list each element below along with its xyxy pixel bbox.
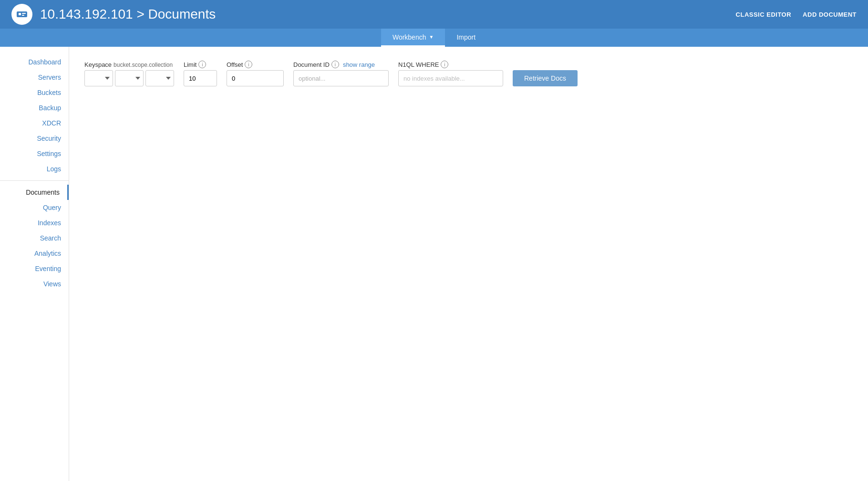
sub-nav: Workbench ▼ Import — [0, 29, 868, 47]
retrieve-docs-button[interactable]: Retrieve Docs — [513, 70, 578, 86]
sidebar-divider — [0, 180, 69, 181]
sidebar-item-documents[interactable]: Documents — [0, 185, 69, 200]
document-id-info-icon: i — [331, 61, 339, 68]
sidebar-item-views[interactable]: Views — [0, 276, 69, 292]
document-id-input[interactable] — [293, 70, 389, 86]
header-separator: > — [136, 7, 148, 21]
keyspace-label: Keyspace bucket.scope.collection — [84, 61, 174, 68]
header-ip: 10.143.192.101 — [40, 7, 133, 21]
svg-rect-0 — [17, 11, 27, 17]
offset-input[interactable] — [227, 70, 284, 86]
app-header: 10.143.192.101 > Documents CLASSIC EDITO… — [0, 0, 868, 29]
sub-nav-workbench-label: Workbench — [393, 33, 426, 41]
svg-rect-1 — [19, 13, 21, 15]
document-id-label: Document ID i show range — [293, 61, 389, 68]
offset-field-group: Offset i — [227, 61, 284, 86]
sidebar-item-buckets[interactable]: Buckets — [0, 85, 69, 100]
header-page: Documents — [148, 7, 216, 21]
sidebar-item-analytics[interactable]: Analytics — [0, 246, 69, 261]
limit-input[interactable] — [184, 70, 217, 86]
keyspace-label-text: Keyspace — [84, 61, 112, 68]
keyspace-selects — [84, 70, 174, 86]
sidebar-item-logs[interactable]: Logs — [0, 161, 69, 177]
n1ql-label-text: N1QL WHERE — [398, 61, 439, 68]
main-content: Keyspace bucket.scope.collection — [69, 47, 868, 481]
classic-editor-button[interactable]: CLASSIC EDITOR — [736, 11, 792, 18]
n1ql-field-group: N1QL WHERE i — [398, 61, 503, 86]
offset-label: Offset i — [227, 61, 284, 68]
keyspace-sublabel: bucket.scope.collection — [114, 62, 173, 68]
n1ql-info-icon: i — [441, 61, 448, 68]
app-logo — [11, 4, 32, 25]
document-id-label-text: Document ID — [293, 61, 330, 68]
sidebar-item-backup[interactable]: Backup — [0, 100, 69, 115]
document-id-field-group: Document ID i show range — [293, 61, 389, 86]
header-actions: CLASSIC EDITOR ADD DOCUMENT — [736, 11, 857, 18]
sub-nav-import[interactable]: Import — [445, 29, 487, 47]
show-range-link[interactable]: show range — [343, 61, 375, 68]
n1ql-label: N1QL WHERE i — [398, 61, 503, 68]
keyspace-field-group: Keyspace bucket.scope.collection — [84, 61, 174, 86]
sidebar-item-query[interactable]: Query — [0, 200, 69, 215]
toolbar-row: Keyspace bucket.scope.collection — [84, 58, 853, 86]
offset-label-text: Offset — [227, 61, 243, 68]
offset-info-icon: i — [245, 61, 252, 68]
chevron-down-icon: ▼ — [429, 34, 434, 40]
sidebar: Dashboard Servers Buckets Backup XDCR Se… — [0, 47, 69, 481]
sidebar-item-dashboard[interactable]: Dashboard — [0, 54, 69, 70]
header-title: 10.143.192.101 > Documents — [40, 7, 736, 22]
sidebar-item-security[interactable]: Security — [0, 131, 69, 146]
limit-label: Limit i — [184, 61, 217, 68]
sidebar-item-settings[interactable]: Settings — [0, 146, 69, 161]
limit-info-icon: i — [198, 61, 206, 68]
limit-field-group: Limit i — [184, 61, 217, 86]
main-layout: Dashboard Servers Buckets Backup XDCR Se… — [0, 47, 868, 481]
sub-nav-workbench[interactable]: Workbench ▼ — [381, 29, 445, 47]
keyspace-collection-select[interactable] — [145, 70, 174, 86]
n1ql-where-input[interactable] — [398, 70, 503, 86]
keyspace-bucket-select[interactable] — [84, 70, 113, 86]
limit-label-text: Limit — [184, 61, 196, 68]
add-document-button[interactable]: ADD DOCUMENT — [803, 11, 857, 18]
svg-rect-2 — [22, 13, 26, 14]
sub-nav-import-label: Import — [456, 33, 475, 41]
keyspace-scope-select[interactable] — [115, 70, 144, 86]
sidebar-item-servers[interactable]: Servers — [0, 70, 69, 85]
retrieve-button-group: Retrieve Docs — [513, 58, 578, 86]
svg-rect-3 — [22, 15, 24, 16]
sidebar-item-indexes[interactable]: Indexes — [0, 215, 69, 230]
sidebar-item-eventing[interactable]: Eventing — [0, 261, 69, 276]
sidebar-item-search[interactable]: Search — [0, 230, 69, 246]
sidebar-item-xdcr[interactable]: XDCR — [0, 115, 69, 131]
